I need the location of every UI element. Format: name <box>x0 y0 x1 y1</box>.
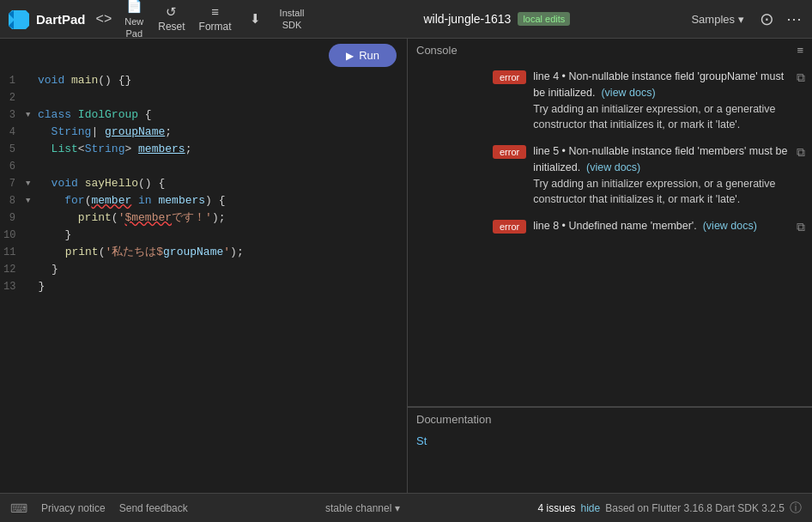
editor-panel: ▶ Run 1 void main() {} 2 3 ▼ class IdolG… <box>0 39 408 493</box>
logo-text: DartPad <box>36 12 86 27</box>
install-sdk-button[interactable]: InstallSDK <box>275 5 310 33</box>
code-editor[interactable]: 1 void main() {} 2 3 ▼ class IdolGroup {… <box>0 72 407 493</box>
more-button[interactable]: ⋯ <box>783 6 805 32</box>
run-bar: ▶ Run <box>0 39 407 72</box>
code-line: 11 print('私たちは$groupName'); <box>0 244 407 261</box>
error-title: line 5 • Non-nullable instance field 'me… <box>533 143 790 176</box>
keyboard-icon: ⌨ <box>10 501 27 515</box>
reset-button[interactable]: ↺ Reset <box>153 2 190 36</box>
toolbar-center: wild-jungle-1613 local edits <box>312 12 681 26</box>
console-section: Console ≡ error line 4 • Non-nullable in… <box>408 39 812 407</box>
format-label: Format <box>199 21 232 34</box>
console-list-icon: ≡ <box>797 44 803 57</box>
new-pad-label: NewPad <box>124 15 143 40</box>
code-line: 4 String| groupName; <box>0 124 407 141</box>
error-content: line 8 • Undefined name 'member'. (view … <box>533 218 790 234</box>
flutter-info: Based on Flutter 3.16.8 Dart SDK 3.2.5 <box>605 502 785 514</box>
run-icon: ▶ <box>346 50 354 62</box>
documentation-section: Documentation St <box>408 407 812 493</box>
copy-icon[interactable]: ⧉ <box>797 145 805 160</box>
hide-link[interactable]: hide <box>581 502 601 514</box>
run-label: Run <box>359 49 379 62</box>
error-content: line 4 • Non-nullable instance field 'gr… <box>533 69 790 133</box>
doc-body: St <box>408 431 812 493</box>
code-line: 8 ▼ for(member in members) { <box>0 192 407 209</box>
toolbar: DartPad <> 📄 NewPad ↺ Reset ≡ Format ⬇ I… <box>0 0 812 39</box>
error-badge: error <box>493 145 526 159</box>
code-view-icon: <> <box>96 11 112 27</box>
more-icon: ⋯ <box>786 9 802 28</box>
status-right: 4 issues hide Based on Flutter 3.16.8 Da… <box>538 501 803 516</box>
pad-name: wild-jungle-1613 <box>423 12 511 26</box>
issues-count: 4 issues <box>538 502 576 514</box>
error-title: line 4 • Non-nullable instance field 'gr… <box>533 69 790 101</box>
install-sdk-label: InstallSDK <box>280 7 305 32</box>
code-line: 13 } <box>0 278 407 295</box>
status-left: ⌨ Privacy notice Send feedback <box>10 501 188 515</box>
console-body[interactable]: error line 4 • Non-nullable instance fie… <box>408 62 812 406</box>
send-feedback-link[interactable]: Send feedback <box>119 502 188 514</box>
error-item: error line 5 • Non-nullable instance fie… <box>493 143 805 208</box>
console-label: Console <box>416 44 458 57</box>
toolbar-right: Samples ▾ ⊙ ⋯ <box>684 5 805 33</box>
download-button[interactable]: ⬇ <box>240 9 271 30</box>
doc-label: Documentation <box>416 413 491 426</box>
error-description: Try adding an initializer expression, or… <box>533 101 790 134</box>
new-pad-button[interactable]: 📄 NewPad <box>118 0 149 42</box>
samples-button[interactable]: Samples ▾ <box>684 9 751 29</box>
error-panel: error line 4 • Non-nullable instance fie… <box>486 62 812 406</box>
right-panel: Console ≡ error line 4 • Non-nullable in… <box>408 39 812 493</box>
format-button[interactable]: ≡ Format <box>194 2 237 36</box>
samples-chevron-icon: ▾ <box>738 13 744 26</box>
code-view-button[interactable]: <> <box>93 8 116 30</box>
code-line: 9 print('$memberです！'); <box>0 209 407 227</box>
local-edits-badge: local edits <box>518 12 570 26</box>
doc-content: St <box>416 434 427 447</box>
github-icon: ⊙ <box>760 9 774 29</box>
format-icon: ≡ <box>211 3 219 21</box>
view-docs-link[interactable]: (view docs) <box>703 220 757 232</box>
run-button[interactable]: ▶ Run <box>329 44 397 67</box>
dart-logo-icon <box>7 7 31 31</box>
github-button[interactable]: ⊙ <box>756 5 778 33</box>
reset-icon: ↺ <box>166 3 177 21</box>
error-content: line 5 • Non-nullable instance field 'me… <box>533 143 790 208</box>
status-center: stable channel ▾ <box>202 502 524 514</box>
doc-header: Documentation <box>408 408 812 431</box>
error-item: error line 8 • Undefined name 'member'. … <box>493 218 805 234</box>
main-content: ▶ Run 1 void main() {} 2 3 ▼ class IdolG… <box>0 39 812 493</box>
code-line: 12 } <box>0 261 407 278</box>
reset-label: Reset <box>158 21 185 34</box>
error-title: line 8 • Undefined name 'member'. (view … <box>533 218 790 234</box>
logo: DartPad <box>7 7 86 31</box>
info-icon[interactable]: ⓘ <box>790 501 802 516</box>
code-line: 2 <box>0 89 407 106</box>
view-docs-link[interactable]: (view docs) <box>586 161 640 173</box>
error-badge: error <box>493 220 526 234</box>
new-pad-icon: 📄 <box>126 0 142 15</box>
download-icon: ⬇ <box>250 10 261 27</box>
samples-label: Samples <box>691 13 735 26</box>
console-header: Console ≡ <box>408 39 812 62</box>
code-line: 7 ▼ void sayHello() { <box>0 175 407 192</box>
code-line: 5 List<String> members; <box>0 141 407 158</box>
channel-selector[interactable]: stable channel ▾ <box>325 502 400 514</box>
privacy-notice-link[interactable]: Privacy notice <box>41 502 106 514</box>
view-docs-link[interactable]: (view docs) <box>601 87 655 99</box>
code-line: 3 ▼ class IdolGroup { <box>0 106 407 124</box>
error-badge: error <box>493 70 526 84</box>
code-line: 1 void main() {} <box>0 72 407 89</box>
channel-label: stable channel <box>325 502 391 514</box>
channel-dropdown-icon: ▾ <box>395 502 400 514</box>
error-description: Try adding an initializer expression, or… <box>533 176 790 209</box>
copy-icon[interactable]: ⧉ <box>797 70 805 85</box>
code-line: 10 } <box>0 227 407 244</box>
copy-icon[interactable]: ⧉ <box>797 220 805 234</box>
code-line: 6 <box>0 158 407 175</box>
error-item: error line 4 • Non-nullable instance fie… <box>493 69 805 133</box>
status-bar: ⌨ Privacy notice Send feedback stable ch… <box>0 493 812 522</box>
